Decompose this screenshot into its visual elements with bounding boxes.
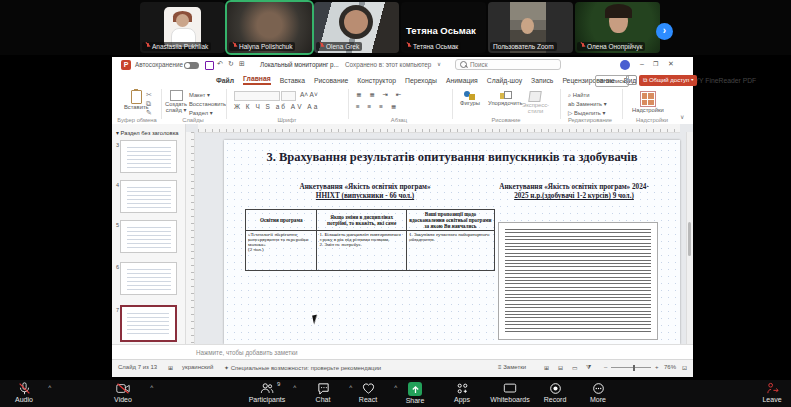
accessibility-status[interactable]: ✦ Специальные возможности: проверьте рек… [224, 364, 381, 371]
view-sorter-icon[interactable]: ⊟ [558, 364, 563, 371]
slide-thumbnail[interactable] [120, 220, 177, 253]
align-icons[interactable]: ≡ ≡ ≡ ≣ [356, 103, 399, 111]
slide-thumbnail[interactable] [120, 180, 177, 213]
notes-indicator-icon[interactable]: ⊞ [168, 364, 173, 371]
responses-text-block[interactable] [498, 222, 658, 340]
participant-tile[interactable]: Олена Онопрійчук [575, 2, 660, 53]
video-button[interactable]: Video [100, 382, 146, 403]
collapse-ribbon-icon[interactable]: ∨ [680, 113, 684, 120]
participant-tile[interactable]: Halyna Polishchuk [227, 2, 312, 53]
quick-access-icon[interactable]: ⊞ [239, 60, 245, 68]
search-box[interactable]: Поиск [455, 59, 561, 70]
slide-thumbnail[interactable] [120, 140, 177, 173]
zoom-slider-handle[interactable] [633, 365, 635, 371]
tab-insert[interactable]: Вставка [280, 77, 305, 84]
more-button[interactable]: More [575, 382, 621, 403]
shapes-button[interactable]: Фигуры [460, 91, 480, 106]
apps-button[interactable]: Apps [439, 382, 485, 403]
survey-table[interactable]: Освітня програма Якщо зміни в дисципліна… [245, 209, 495, 271]
layout-button[interactable]: Макет ▾ [189, 92, 210, 98]
participant-tile[interactable]: Тетяна Осьмак Тетяна Осьмак [401, 2, 486, 53]
tab-file[interactable]: Файл [216, 77, 234, 84]
participants-options-caret[interactable]: ˄ [293, 384, 297, 390]
save-icon[interactable] [205, 61, 214, 70]
quick-styles-icon [529, 91, 543, 102]
participant-tile[interactable]: Olena Grek [314, 2, 399, 53]
tab-home[interactable]: Главная [243, 75, 271, 85]
account-avatar[interactable] [620, 60, 630, 70]
autosave-toggle[interactable] [184, 62, 199, 69]
participant-hair [605, 4, 632, 18]
notes-toggle[interactable]: ≡ Заметки [498, 364, 526, 370]
slide-counter: Слайд 7 из 13 [118, 364, 157, 370]
saved-status[interactable]: Сохранено в: этот компьютер [345, 61, 431, 68]
tab-animations[interactable]: Анимация [446, 77, 478, 84]
participant-tile[interactable]: Anastasiia Pukhliak [140, 2, 225, 53]
format-painter-icon[interactable]: ✎ [146, 109, 152, 117]
zoom-slider[interactable] [611, 367, 651, 368]
record-button[interactable]: ⊛ Запись [595, 75, 629, 87]
slide-title[interactable]: 3. Врахування результатів опитування вип… [244, 150, 660, 166]
zoom-in-button[interactable]: + [655, 364, 659, 370]
view-slideshow-icon[interactable]: ⧩ [586, 364, 591, 371]
left-heading[interactable]: Анкетування «Якість освітніх програм» НН… [290, 183, 440, 202]
audio-options-caret[interactable]: ˄ [48, 384, 52, 390]
participants-icon [260, 382, 274, 395]
paste-button[interactable]: Вставить [124, 90, 149, 110]
slide-thumbnail-selected[interactable] [120, 305, 177, 342]
share-button[interactable]: ⧉ Общий доступ ▾ [639, 75, 697, 86]
font-size-input[interactable] [281, 91, 296, 101]
font-format-icons[interactable]: Ж К Ч S аб АV Аа [234, 103, 319, 110]
whiteboards-button[interactable]: Whiteboards [487, 382, 533, 403]
react-button[interactable]: React [345, 382, 391, 403]
participant-tile[interactable]: Пользователь Zoom [488, 2, 573, 53]
tab-record[interactable]: Запись [531, 77, 553, 84]
restore-button[interactable]: ❐ [653, 60, 658, 67]
next-participants-button[interactable]: › [656, 23, 673, 40]
section-header[interactable]: ▾ Раздел без заголовка [116, 130, 179, 136]
fit-to-window-icon[interactable]: ⊡ [682, 364, 687, 371]
close-button[interactable]: ✕ [668, 60, 674, 68]
powerpoint-window: P Автосохранение ↶ ↻ ⊞ Локальный монитор… [112, 57, 693, 376]
share-button[interactable]: Share [392, 382, 438, 404]
view-normal-icon[interactable]: ⊞ [544, 364, 549, 371]
redo-icon[interactable]: ↻ [228, 60, 234, 68]
clipboard-group-label: Буфер обмена [114, 117, 160, 123]
leave-button[interactable]: Leave [749, 382, 791, 403]
find-button[interactable]: ⌕ Найти [568, 92, 589, 99]
new-slide-button[interactable]: Создать слайд ▾ [165, 90, 187, 113]
search-icon [460, 61, 467, 68]
comments-icon[interactable] [626, 75, 637, 85]
video-options-caret[interactable]: ˄ [150, 384, 154, 390]
zoom-out-button[interactable]: – [604, 364, 607, 370]
font-name-input[interactable] [234, 91, 280, 101]
quick-styles-button[interactable]: Экспресс- стили [522, 91, 549, 114]
audio-button[interactable]: Audio [1, 382, 47, 403]
copy-icon[interactable]: ⧉ [146, 100, 151, 108]
chat-button[interactable]: Chat [300, 382, 346, 403]
replace-button[interactable]: ab Заменить ▾ [568, 101, 607, 107]
addins-button[interactable]: Надстройки [632, 91, 664, 113]
undo-icon[interactable]: ↶ [217, 60, 223, 68]
slide-thumbnail[interactable] [120, 262, 177, 295]
arrange-button[interactable]: Упорядочить [488, 91, 523, 106]
minimize-button[interactable]: – [640, 60, 644, 67]
notes-pane[interactable]: Нажмите, чтобы добавить заметки [112, 344, 693, 360]
right-heading[interactable]: Анкетування «Якість освітніх програм» 20… [476, 183, 672, 202]
view-reading-icon[interactable]: ▭ [572, 364, 578, 371]
tab-design[interactable]: Конструктор [357, 77, 396, 84]
slide[interactable]: 3. Врахування результатів опитування вип… [224, 140, 680, 344]
reset-button[interactable]: Восстановить [189, 101, 226, 107]
tab-draw[interactable]: Рисование [314, 77, 348, 84]
cut-icon[interactable]: ✂ [146, 91, 152, 99]
record-button[interactable]: Record [532, 382, 578, 403]
bullets-icon[interactable]: ≣ ≣ ⇥ ⇤ [356, 91, 404, 99]
participants-button[interactable]: Participants 9 [244, 382, 290, 403]
section-button[interactable]: Раздел ▾ [189, 110, 213, 116]
vertical-scrollbar[interactable] [686, 132, 693, 344]
tab-transitions[interactable]: Переходы [405, 77, 437, 84]
language-indicator[interactable]: украинский [182, 364, 213, 370]
grow-font-icon[interactable]: A˄ A˅ [300, 91, 318, 98]
select-button[interactable]: ▷ Выделить ▾ [568, 110, 605, 116]
tab-slideshow[interactable]: Слайд-шоу [487, 77, 522, 84]
